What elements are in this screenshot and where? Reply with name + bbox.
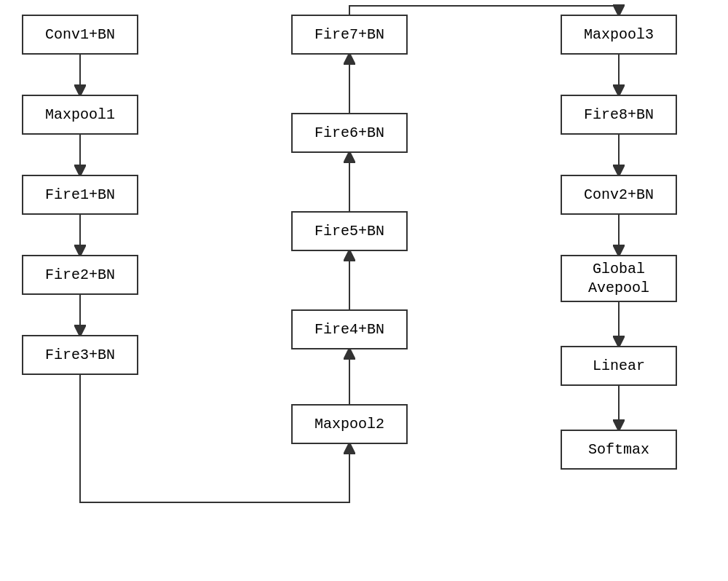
node-fire8bn: Fire8+BN [561,95,677,135]
node-fire6bn: Fire6+BN [291,113,408,153]
node-globalavepool: Global Avepool [561,255,677,302]
node-fire7bn: Fire7+BN [291,15,408,55]
node-fire2bn: Fire2+BN [22,255,138,295]
node-maxpool2: Maxpool2 [291,404,408,444]
diagram: Conv1+BN Maxpool1 Fire1+BN Fire2+BN Fire… [0,0,728,581]
node-fire4bn: Fire4+BN [291,309,408,349]
node-maxpool1: Maxpool1 [22,95,138,135]
node-conv1bn: Conv1+BN [22,15,138,55]
node-fire3bn: Fire3+BN [22,335,138,375]
node-softmax: Softmax [561,430,677,470]
node-linear: Linear [561,346,677,386]
node-conv2bn: Conv2+BN [561,175,677,215]
node-fire1bn: Fire1+BN [22,175,138,215]
node-maxpool3: Maxpool3 [561,15,677,55]
node-fire5bn: Fire5+BN [291,211,408,251]
